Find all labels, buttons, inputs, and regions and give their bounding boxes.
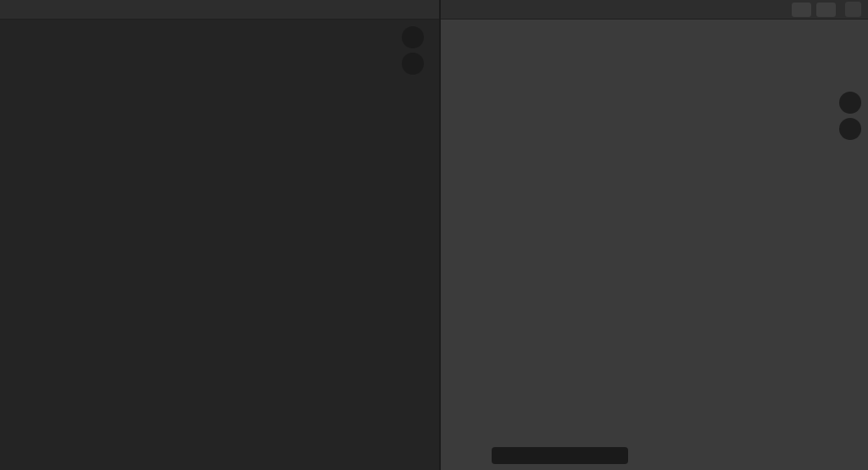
uv-pan-button[interactable]	[402, 53, 424, 75]
blender-window	[0, 0, 868, 470]
unwrap-operator-panel[interactable]	[492, 447, 628, 464]
mirror-icon[interactable]	[792, 3, 811, 17]
editor-divider[interactable]	[439, 0, 441, 470]
uv-zoom-button[interactable]	[402, 26, 424, 48]
viewport-camera-button[interactable]	[841, 146, 860, 165]
navigation-gizmo[interactable]	[796, 27, 857, 88]
header-right-controls	[792, 2, 861, 17]
viewport-ortho-grid-button[interactable]	[841, 170, 860, 188]
snap-increment-icon[interactable]	[816, 3, 836, 17]
header-bar	[0, 0, 868, 20]
uv-canvas[interactable]	[0, 19, 439, 470]
viewport-pan-button[interactable]	[839, 118, 861, 140]
viewport-zoom-button[interactable]	[839, 92, 861, 114]
viewport-toolbar	[446, 19, 475, 470]
uv-toolbar	[5, 19, 34, 470]
options-dropdown[interactable]	[845, 2, 861, 17]
uv-editor	[0, 19, 439, 470]
viewport-3d	[441, 19, 868, 470]
